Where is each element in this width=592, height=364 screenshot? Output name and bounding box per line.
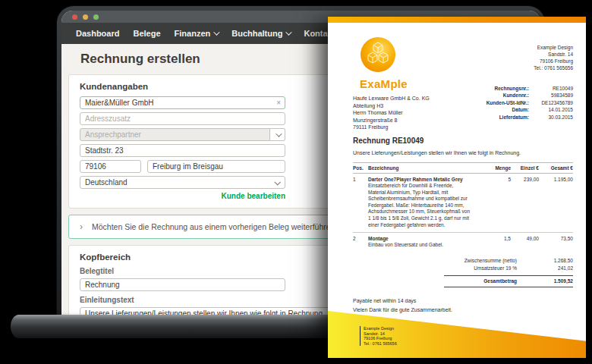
table-header-row: Pos. Bezeichnung Menge Einzel € Gesamt € xyxy=(353,162,573,174)
company-brand-name: ExaMple xyxy=(360,77,408,90)
contact-select[interactable]: Ansprechpartner xyxy=(80,128,270,141)
invoice-meta-block: Rechnungsnr.:RE10049 Kundennr.:59834589 … xyxy=(487,85,573,121)
subtotal-row: Zwischensumme (netto) 1.268,50 xyxy=(353,257,573,265)
chevron-down-icon xyxy=(274,179,280,185)
chevron-right-icon: › xyxy=(80,223,83,231)
invoice-preview: ExaMple Example Design Sandstr. 14 79106… xyxy=(328,17,586,358)
address-extra-input[interactable] xyxy=(80,112,285,125)
carryover-question: Möchten Sie die Rechnung aus einem vorhe… xyxy=(92,222,339,231)
street-field-wrap xyxy=(80,144,285,157)
nav-item-dashboard[interactable]: Dashboard xyxy=(76,29,119,38)
company-input[interactable] xyxy=(80,96,285,109)
invoice-notes: Payable net within 14 days Vielen Dank f… xyxy=(353,297,573,315)
nav-item-buchhaltung[interactable]: Buchhaltung xyxy=(231,29,290,38)
clear-icon[interactable]: × xyxy=(276,99,281,107)
item-description: Einbau von Steuersatz und Gabel. xyxy=(368,242,474,249)
recipient-address-block: Haufe Lexware GmbH & Co. KG Abteilung H3… xyxy=(353,95,430,131)
chevron-down-icon xyxy=(276,130,282,136)
address-extra-wrap xyxy=(80,112,285,125)
doc-title-input[interactable] xyxy=(80,278,285,291)
item-name: Montage xyxy=(368,236,389,241)
street-input[interactable] xyxy=(80,144,285,157)
nav-item-belege[interactable]: Belege xyxy=(133,29,160,38)
chevron-down-icon xyxy=(286,29,292,35)
invoice-intro-text: Unsere Lieferungen/Leistungen stellen wi… xyxy=(353,150,573,155)
table-row: 1 Darter One7Player Rahmen Metalic Grey … xyxy=(353,174,573,232)
company-logo-icon xyxy=(360,36,396,76)
tax-row: Umsatzsteuer 19 % 241,02 xyxy=(353,265,573,273)
country-select[interactable]: Deutschland xyxy=(80,176,285,189)
contact-select-group: Ansprechpartner xyxy=(80,128,285,144)
city-input[interactable] xyxy=(147,160,285,173)
item-name: Darter One7Player Rahmen Metalic Grey xyxy=(368,177,463,182)
invoice-line-items-table: Pos. Bezeichnung Menge Einzel € Gesamt €… xyxy=(353,162,573,253)
contact-dropdown-button[interactable] xyxy=(270,128,285,141)
invoice-title: Rechnung RE10049 xyxy=(353,136,573,145)
company-field-wrap: × xyxy=(80,96,285,109)
footer-address-block: Example Design Sandstr. 14 79106 Freibur… xyxy=(360,326,397,346)
invoice-top-stripe xyxy=(328,17,586,23)
close-icon[interactable] xyxy=(72,14,77,20)
minimize-icon[interactable] xyxy=(83,14,88,20)
edit-customer-link[interactable]: Kunde bearbeiten xyxy=(80,192,285,200)
zip-city-row xyxy=(80,160,285,176)
chevron-down-icon xyxy=(213,29,219,35)
invoice-body: Rechnung RE10049 Unsere Lieferungen/Leis… xyxy=(353,136,573,315)
nav-item-finanzen[interactable]: Finanzen xyxy=(175,29,219,38)
sender-address-block: Example Design Sandstr. 14 79106 Freibur… xyxy=(534,44,573,71)
table-row: 2 Montage Einbau von Steuersatz und Gabe… xyxy=(353,232,573,253)
maximize-icon[interactable] xyxy=(93,14,99,20)
zip-input[interactable] xyxy=(80,160,141,173)
invoice-footer-stripe: Example Design Sandstr. 14 79106 Freibur… xyxy=(328,311,586,358)
item-description: Einsatzbereich für Downhill & Freeride, … xyxy=(368,183,474,228)
invoice-totals: Zwischensumme (netto) 1.268,50 Umsatzste… xyxy=(353,257,573,288)
grand-total-row: Gesamtbetrag 1.509,52 xyxy=(444,275,573,288)
